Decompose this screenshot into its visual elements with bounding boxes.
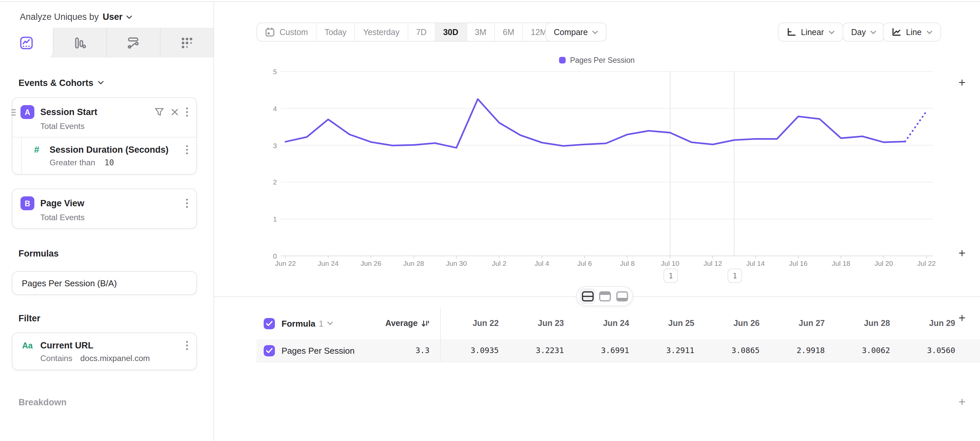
- kebab-menu-icon[interactable]: [186, 145, 188, 154]
- insights-report-page: Analyze Uniques by User: [0, 0, 980, 441]
- layout-table-view-button[interactable]: [614, 288, 630, 304]
- table-row[interactable]: Pages Per Session 3.3 3.09353.22313.6991…: [256, 339, 980, 362]
- group-selector[interactable]: Formula 1: [282, 318, 333, 328]
- analyze-value[interactable]: User: [103, 12, 123, 22]
- filter-operator[interactable]: Contains: [40, 354, 72, 363]
- kebab-menu-icon[interactable]: [186, 341, 188, 350]
- insights-line-chart-icon: [19, 35, 34, 50]
- kebab-menu-icon[interactable]: [186, 198, 188, 208]
- average-label: Average: [385, 319, 418, 328]
- funnel-bars-icon: [73, 35, 87, 50]
- x-tick-label: Jun 30: [436, 259, 476, 267]
- y-tick-label: 5: [257, 67, 277, 75]
- x-tick-label: Jul 20: [864, 259, 904, 267]
- x-tick-label: Jul 16: [778, 259, 818, 267]
- series-line-projected: [905, 111, 926, 142]
- numeric-property-icon: #: [30, 144, 44, 155]
- chevron-down-icon: [127, 15, 132, 19]
- events-cohorts-label: Events & Cohorts: [19, 78, 94, 88]
- string-property-icon: Aa: [21, 341, 34, 350]
- tab-retention[interactable]: [161, 28, 213, 57]
- date-column-header[interactable]: Jun 22: [441, 319, 506, 328]
- filter-value[interactable]: docs.mixpanel.com: [80, 354, 150, 363]
- layout-split-view-button[interactable]: [579, 288, 595, 304]
- breakdown-label: Breakdown: [19, 397, 67, 407]
- filter-label: Filter: [19, 313, 40, 323]
- close-icon[interactable]: [171, 108, 178, 116]
- formula-card[interactable]: Pages Per Session (B/A): [12, 271, 197, 295]
- date-column-header[interactable]: Jun 26: [702, 319, 767, 328]
- layout-chart-view-button[interactable]: [597, 288, 612, 304]
- filter-card-current-url[interactable]: Aa Current URL Contains docs.mixpanel.co…: [12, 333, 197, 370]
- event-aggregation[interactable]: Total Events: [40, 122, 188, 131]
- tab-funnels[interactable]: [54, 28, 107, 57]
- report-type-tabs: [0, 28, 213, 57]
- select-all-checkbox[interactable]: [264, 318, 275, 329]
- x-tick-label: Jun 24: [308, 259, 348, 267]
- tab-insights[interactable]: [0, 28, 54, 57]
- cell-value: 3.0560: [897, 346, 963, 355]
- filter-property-name[interactable]: Current URL: [40, 341, 180, 350]
- date-column-header[interactable]: Jun 23: [506, 319, 571, 328]
- x-tick-label: Jul 18: [821, 259, 861, 267]
- sort-descending-icon: [421, 319, 430, 328]
- event-card-session-start[interactable]: A Session Start Total Events # Session D…: [12, 97, 197, 175]
- layout-toggle-group: [576, 286, 633, 306]
- drag-handle-icon[interactable]: [11, 109, 16, 115]
- property-operator[interactable]: Greater than: [49, 158, 95, 167]
- date-column-header[interactable]: Jun 27: [767, 319, 832, 328]
- retention-dots-icon: [180, 35, 194, 50]
- cell-value: 3.0062: [832, 346, 897, 355]
- event-name[interactable]: Page View: [40, 198, 180, 208]
- x-tick-label: Jun 26: [351, 259, 391, 267]
- line-chart-canvas[interactable]: [213, 0, 980, 296]
- split-view-icon: [581, 291, 594, 302]
- add-breakdown-button[interactable]: +: [959, 397, 966, 407]
- property-name[interactable]: Session Duration (Seconds): [49, 145, 180, 154]
- event-letter-badge: B: [21, 196, 34, 210]
- kebab-menu-icon[interactable]: [186, 107, 188, 117]
- series-line[interactable]: [285, 99, 905, 148]
- filter-icon[interactable]: [154, 108, 164, 116]
- cell-value: 3.0935: [441, 346, 506, 355]
- property-value[interactable]: 10: [104, 158, 114, 167]
- event-card-page-view[interactable]: B Page View Total Events: [12, 188, 197, 229]
- check-icon: [266, 347, 273, 353]
- date-column-header[interactable]: Jun 24: [571, 319, 636, 328]
- annotation-badge[interactable]: 1: [663, 268, 678, 283]
- x-tick-label: Jul 10: [650, 259, 690, 267]
- flows-icon: [126, 35, 141, 50]
- analyze-uniques-control[interactable]: Analyze Uniques by User: [20, 12, 132, 22]
- chart-view-icon: [598, 291, 611, 302]
- formula-expression[interactable]: Pages Per Session (B/A): [22, 278, 117, 288]
- x-tick-label: Jul 12: [693, 259, 732, 267]
- event-name[interactable]: Session Start: [40, 107, 149, 117]
- x-tick-label: Jul 22: [907, 259, 946, 267]
- table-header-row: Formula 1 Average Jun 22Jun 23Jun 24Jun …: [256, 307, 980, 339]
- event-letter-badge: A: [21, 105, 34, 119]
- x-tick-label: Jun 22: [266, 259, 305, 267]
- group-number: 1: [319, 318, 323, 328]
- date-column-header[interactable]: Jun 29: [897, 319, 963, 328]
- breakdown-header: Breakdown +: [19, 396, 966, 408]
- results-table: Formula 1 Average Jun 22Jun 23Jun 24Jun …: [256, 307, 980, 362]
- date-column-header[interactable]: Jun 25: [636, 319, 702, 328]
- average-column-header[interactable]: Average: [385, 319, 430, 328]
- event-aggregation[interactable]: Total Events: [40, 213, 188, 222]
- tab-flows[interactable]: [107, 28, 161, 57]
- x-tick-label: Jul 6: [565, 259, 605, 267]
- row-checkbox[interactable]: [264, 345, 275, 356]
- x-tick-label: Jul 8: [608, 259, 647, 267]
- table-view-icon: [616, 291, 628, 302]
- cell-value: 3.0865: [702, 346, 767, 355]
- formulas-label: Formulas: [19, 248, 59, 258]
- date-column-header[interactable]: Jun 28: [832, 319, 897, 328]
- series-name: Pages Per Session: [282, 345, 355, 355]
- annotation-badge[interactable]: 1: [727, 268, 742, 283]
- chevron-down-icon[interactable]: [98, 81, 104, 84]
- event-property-section: # Session Duration (Seconds) Greater tha…: [21, 137, 196, 174]
- y-tick-label: 2: [257, 178, 277, 186]
- group-label: Formula: [282, 318, 315, 328]
- y-tick-label: 3: [257, 141, 277, 149]
- y-tick-label: 0: [257, 252, 277, 260]
